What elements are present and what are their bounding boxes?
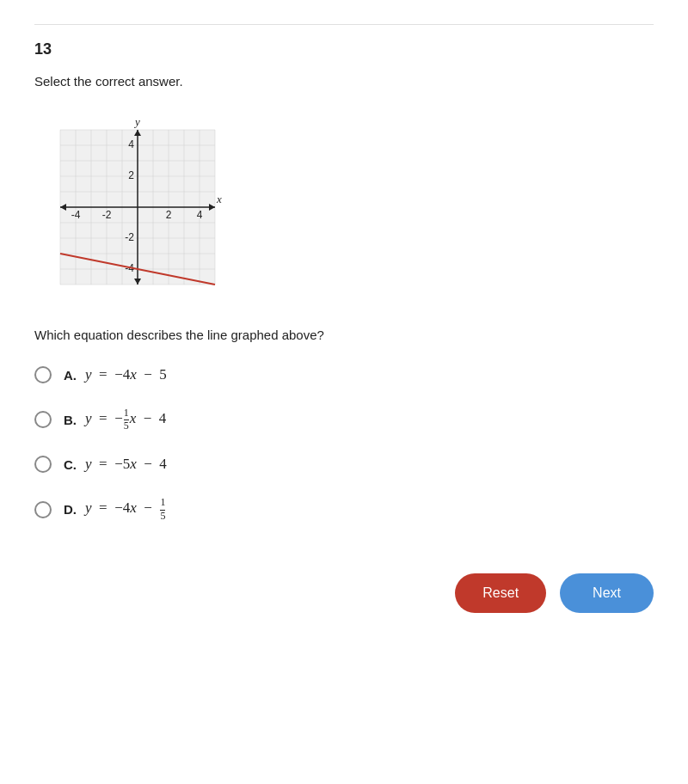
radio-b[interactable] xyxy=(34,411,52,428)
graph-container xyxy=(34,104,654,310)
radio-d[interactable] xyxy=(34,501,52,518)
question-text: Which equation describes the line graphe… xyxy=(34,328,654,342)
option-a-equation: y = −4x − 5 xyxy=(85,366,167,383)
option-c-label: C. xyxy=(64,457,77,472)
instruction-text: Select the correct answer. xyxy=(34,74,654,89)
radio-c[interactable] xyxy=(34,456,52,473)
question-number: 13 xyxy=(34,40,654,58)
buttons-row: Reset Next xyxy=(34,573,654,613)
answer-options: A. y = −4x − 5 B. y = −15x − 4 C. y = −5… xyxy=(34,366,654,522)
option-c-equation: y = −5x − 4 xyxy=(85,456,167,473)
option-a-label: A. xyxy=(64,368,77,383)
next-button[interactable]: Next xyxy=(560,573,654,613)
option-b[interactable]: B. y = −15x − 4 xyxy=(34,407,654,432)
radio-a[interactable] xyxy=(34,366,52,383)
option-d[interactable]: D. y = −4x − 15 xyxy=(34,497,654,521)
option-a[interactable]: A. y = −4x − 5 xyxy=(34,366,654,383)
reset-button[interactable]: Reset xyxy=(455,573,546,613)
option-b-label: B. xyxy=(64,413,77,427)
option-b-equation: y = −15x − 4 xyxy=(85,407,166,432)
page-container: 13 Select the correct answer. Which equa… xyxy=(0,0,688,784)
option-c[interactable]: C. y = −5x − 4 xyxy=(34,456,654,473)
coordinate-graph xyxy=(34,104,241,310)
option-d-equation: y = −4x − 15 xyxy=(85,497,166,521)
option-d-label: D. xyxy=(64,502,77,517)
